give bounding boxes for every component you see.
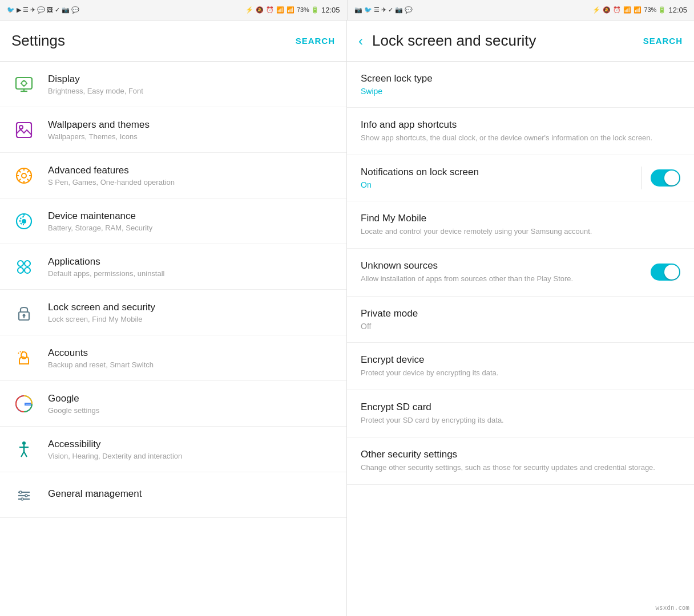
svg-point-23 xyxy=(18,261,23,266)
display-subtitle: Brightness, Easy mode, Font xyxy=(48,87,335,95)
sidebar-item-google[interactable]: Google Google settings xyxy=(0,381,346,427)
notifications-toggle-knob xyxy=(664,171,679,185)
wallpapers-title: Wallpapers and themes xyxy=(48,119,335,131)
accessibility-title: Accessibility xyxy=(48,439,335,450)
findmobile-subtitle: Locate and control your device remotely … xyxy=(361,226,680,237)
svg-point-40 xyxy=(25,495,27,497)
security-header-left: ‹ Lock screen and security xyxy=(358,32,536,50)
svg-line-19 xyxy=(19,179,21,180)
svg-point-31 xyxy=(22,441,26,445)
back-button[interactable]: ‹ xyxy=(358,33,363,49)
unknownsources-toggle[interactable] xyxy=(651,264,680,281)
signal-icon-right: 📶 xyxy=(634,6,641,14)
status-bar: 🐦 ▶ ☰ ✈ 💬 🖼 ✓ 📷 💬 ⚡ 🔕 ⏰ 📶 📶 73% 🔋 12:05 … xyxy=(0,0,694,21)
mute-icon-right: 🔕 xyxy=(603,6,611,14)
svg-rect-8 xyxy=(17,123,31,137)
general-icon xyxy=(11,483,37,508)
svg-line-17 xyxy=(27,179,29,180)
status-right-left: ⚡ 🔕 ⏰ 📶 📶 73% 🔋 12:05 xyxy=(245,6,340,14)
device-icon xyxy=(11,209,37,234)
notifications-divider xyxy=(641,167,641,189)
general-text: General management xyxy=(48,488,335,501)
security-panel: ‹ Lock screen and security SEARCH Screen… xyxy=(347,21,694,616)
sidebar-item-accounts[interactable]: Accounts Backup and reset, Smart Switch xyxy=(0,335,346,381)
security-search-button[interactable]: SEARCH xyxy=(643,36,683,46)
security-item-othersecurity[interactable]: Other security settings Change other sec… xyxy=(347,437,694,485)
wifi-icon-left: 📶 xyxy=(276,6,284,14)
sidebar-item-wallpapers[interactable]: Wallpapers and themes Wallpapers, Themes… xyxy=(0,107,346,153)
encryptsd-subtitle: Protect your SD card by encrypting its d… xyxy=(361,415,680,425)
lockscreen-text: Lock screen and security Lock screen, Fi… xyxy=(48,302,335,323)
advanced-icon xyxy=(11,163,37,188)
mute-icon-left: 🔕 xyxy=(256,6,264,14)
unknownsources-toggle-knob xyxy=(664,265,679,279)
time-right: 12:05 xyxy=(668,6,687,14)
accounts-title: Accounts xyxy=(48,347,335,359)
lock-icon xyxy=(11,300,37,325)
security-header: ‹ Lock screen and security SEARCH xyxy=(347,21,694,62)
sidebar-item-general[interactable]: General management xyxy=(0,472,346,518)
settings-panel: Settings SEARCH xyxy=(0,21,347,616)
status-icons-right: 📷 🐦 ☰ ✈ ✓ 📷 💬 xyxy=(354,6,413,14)
lockscreen-subtitle: Lock screen, Find My Mobile xyxy=(48,315,335,323)
status-bar-right: 📷 🐦 ☰ ✈ ✓ 📷 💬 ⚡ 🔕 ⏰ 📶 📶 73% 🔋 12:05 xyxy=(347,0,695,21)
sidebar-item-display[interactable]: Display Brightness, Easy mode, Font xyxy=(0,62,346,107)
svg-point-3 xyxy=(22,81,26,86)
bluetooth-icon-right: ⚡ xyxy=(592,6,600,14)
applications-title: Applications xyxy=(48,256,335,268)
security-item-unknownsources[interactable]: Unknown sources Allow installation of ap… xyxy=(347,249,694,296)
applications-text: Applications Default apps, permissions, … xyxy=(48,256,335,278)
security-item-notifications[interactable]: Notifications on lock screen On xyxy=(347,155,694,201)
advanced-title: Advanced features xyxy=(48,165,335,176)
main-content: Settings SEARCH xyxy=(0,21,694,616)
security-item-infoapp[interactable]: Info and app shortcuts Show app shortcut… xyxy=(347,108,694,155)
accounts-icon xyxy=(11,346,37,371)
sidebar-item-advanced[interactable]: Advanced features S Pen, Games, One-hand… xyxy=(0,153,346,198)
google-title: Google xyxy=(48,393,335,404)
svg-point-39 xyxy=(19,491,22,493)
security-item-encryptsd[interactable]: Encrypt SD card Protect your SD card by … xyxy=(347,390,694,437)
svg-point-26 xyxy=(25,268,30,273)
device-text: Device maintenance Battery, Storage, RAM… xyxy=(48,210,335,232)
svg-point-21 xyxy=(22,219,26,224)
screenlock-text: Screen lock type Swipe xyxy=(361,73,680,96)
othersecurity-title: Other security settings xyxy=(361,449,680,460)
display-text: Display Brightness, Easy mode, Font xyxy=(48,74,335,95)
security-item-privatemode[interactable]: Private mode Off xyxy=(347,297,694,343)
encryptdevice-subtitle: Protect your device by encrypting its da… xyxy=(361,368,680,378)
accounts-text: Accounts Backup and reset, Smart Switch xyxy=(48,347,335,369)
othersecurity-subtitle: Change other security settings, such as … xyxy=(361,463,680,473)
display-icon xyxy=(11,72,37,97)
sidebar-item-accessibility[interactable]: Accessibility Vision, Hearing, Dexterity… xyxy=(0,427,346,472)
alarm-icon-right: ⏰ xyxy=(613,6,621,14)
infoapp-title: Info and app shortcuts xyxy=(361,119,680,131)
screenlock-value: Swipe xyxy=(361,87,680,96)
svg-rect-0 xyxy=(16,78,32,89)
notifications-title: Notifications on lock screen xyxy=(361,167,632,178)
notifications-toggle[interactable] xyxy=(651,169,680,187)
notifications-text: Notifications on lock screen On xyxy=(361,167,632,189)
status-icons-left: 🐦 ▶ ☰ ✈ 💬 🖼 ✓ 📷 💬 xyxy=(7,6,79,14)
encryptdevice-title: Encrypt device xyxy=(361,354,680,366)
security-item-findmobile[interactable]: Find My Mobile Locate and control your d… xyxy=(347,201,694,249)
settings-search-button[interactable]: SEARCH xyxy=(296,36,335,46)
wallpapers-text: Wallpapers and themes Wallpapers, Themes… xyxy=(48,119,335,141)
security-item-screenlock[interactable]: Screen lock type Swipe xyxy=(347,62,694,108)
findmobile-text: Find My Mobile Locate and control your d… xyxy=(361,213,680,237)
sidebar-item-applications[interactable]: Applications Default apps, permissions, … xyxy=(0,244,346,290)
svg-point-24 xyxy=(25,261,30,266)
watermark: wsxdn.com xyxy=(655,604,689,611)
battery-right: 73% 🔋 xyxy=(644,6,666,14)
security-title: Lock screen and security xyxy=(372,32,536,50)
privatemode-title: Private mode xyxy=(361,308,680,319)
time-left: 12:05 xyxy=(321,6,340,14)
notifications-value: On xyxy=(361,180,632,189)
lockscreen-title: Lock screen and security xyxy=(48,302,335,313)
infoapp-text: Info and app shortcuts Show app shortcut… xyxy=(361,119,680,143)
security-item-encryptdevice[interactable]: Encrypt device Protect your device by en… xyxy=(347,343,694,390)
security-list: Screen lock type Swipe Info and app shor… xyxy=(347,62,694,616)
status-bar-left: 🐦 ▶ ☰ ✈ 💬 🖼 ✓ 📷 💬 ⚡ 🔕 ⏰ 📶 📶 73% 🔋 12:05 xyxy=(0,0,347,21)
encryptdevice-text: Encrypt device Protect your device by en… xyxy=(361,354,680,378)
sidebar-item-device[interactable]: Device maintenance Battery, Storage, RAM… xyxy=(0,198,346,244)
sidebar-item-lockscreen[interactable]: Lock screen and security Lock screen, Fi… xyxy=(0,290,346,335)
